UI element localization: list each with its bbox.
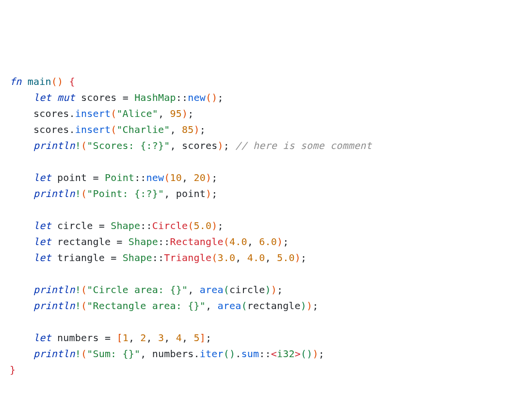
paren-close: ): [312, 348, 318, 360]
equals: =: [105, 252, 123, 264]
string-circle-area: "Circle area: {}": [87, 284, 188, 296]
brace-open: {: [69, 76, 75, 87]
paren-open: (: [224, 284, 229, 296]
paren-close: ): [57, 76, 63, 87]
semicolon: ;: [283, 236, 289, 247]
macro-println: println: [33, 300, 75, 312]
number-3-0: 3.0: [218, 252, 236, 264]
ident-scores: scores: [33, 124, 69, 135]
variant-rectangle: Rectangle: [170, 236, 224, 247]
keyword-let: let: [33, 252, 51, 264]
macro-println: println: [33, 188, 75, 199]
fn-area: area: [217, 300, 241, 312]
semicolon: ;: [206, 332, 211, 344]
path-sep: ::: [140, 220, 152, 231]
semicolon: ;: [188, 108, 193, 119]
macro-println: println: [33, 140, 75, 151]
paren-close: ): [206, 172, 211, 183]
macro-bang: !: [75, 140, 81, 151]
ident-triangle: triangle: [57, 252, 105, 264]
equals: =: [93, 220, 111, 231]
number-5: 5: [194, 332, 200, 344]
macro-bang: !: [75, 300, 81, 312]
ident-rectangle: rectangle: [247, 300, 301, 312]
line-13: let numbers = [1, 2, 3, 4, 5];: [10, 332, 211, 344]
macro-println: println: [33, 284, 75, 296]
line-6: let point = Point::new(10, 20);: [10, 172, 218, 183]
path-sep: ::: [158, 236, 170, 247]
bracket-open: [: [116, 332, 122, 344]
number-5-0: 5.0: [194, 220, 212, 231]
method-sum: sum: [241, 348, 259, 360]
variant-triangle: Triangle: [164, 252, 211, 264]
paren-close: ): [211, 92, 217, 103]
equals: =: [111, 236, 129, 247]
keyword-let: let: [33, 172, 51, 183]
ident-circle: circle: [229, 284, 265, 296]
line-end: }: [10, 364, 16, 376]
number-5-0: 5.0: [277, 252, 295, 264]
type-point: Point: [105, 172, 134, 183]
type-shape: Shape: [129, 236, 158, 247]
function-main: main: [28, 76, 51, 87]
paren-close: ): [206, 188, 211, 199]
comma: ,: [146, 332, 158, 344]
ident-numbers: numbers: [152, 348, 194, 360]
line-2: let mut scores = HashMap::new();: [10, 92, 224, 103]
string-sum: "Sum: {}": [87, 348, 140, 360]
ident-rectangle: rectangle: [57, 236, 111, 247]
paren-close: ): [306, 300, 312, 312]
line-10: let triangle = Shape::Triangle(3.0, 4.0,…: [10, 252, 306, 264]
semicolon: ;: [277, 284, 283, 296]
comma: ,: [182, 332, 193, 344]
semicolon: ;: [224, 140, 229, 151]
number-4-0: 4.0: [229, 236, 247, 247]
angle-close: >: [295, 348, 301, 360]
type-shape: Shape: [123, 252, 152, 264]
macro-bang: !: [75, 284, 81, 296]
comma: ,: [265, 252, 276, 264]
number-3: 3: [158, 332, 164, 344]
comma: ,: [129, 332, 140, 344]
semicolon: ;: [312, 300, 318, 312]
paren-open: (: [81, 284, 87, 296]
method-new: new: [146, 172, 164, 183]
paren-open: (: [81, 348, 87, 360]
path-sep: ::: [176, 92, 188, 103]
keyword-let: let: [33, 92, 51, 103]
comma: ,: [158, 108, 170, 119]
line-1: fn main() {: [10, 76, 75, 87]
paren-open: (: [206, 92, 211, 103]
number-4: 4: [176, 332, 182, 344]
keyword-let: let: [33, 332, 51, 344]
ident-point: point: [176, 188, 206, 199]
equals: =: [87, 172, 105, 183]
paren-close: ): [265, 284, 271, 296]
keyword-mut: mut: [57, 92, 75, 103]
angle-open: <: [271, 348, 277, 360]
comma: ,: [206, 300, 217, 312]
ident-numbers: numbers: [57, 332, 99, 344]
paren-close: ): [301, 300, 306, 312]
comma: ,: [140, 348, 152, 360]
comma: ,: [247, 236, 259, 247]
equals: =: [99, 332, 117, 344]
type-i32: i32: [277, 348, 295, 360]
string-scores-fmt: "Scores: {:?}": [87, 140, 170, 151]
number-85: 85: [182, 124, 193, 135]
paren-open: (: [301, 348, 306, 360]
number-20: 20: [194, 172, 206, 183]
comma: ,: [164, 188, 176, 199]
paren-open: (: [188, 220, 193, 231]
paren-close: ): [194, 124, 200, 135]
semicolon: ;: [211, 188, 217, 199]
comment: // here is some comment: [229, 140, 372, 151]
paren-open: (: [111, 124, 116, 135]
paren-close: ): [217, 140, 223, 151]
path-sep: ::: [259, 348, 271, 360]
paren-close: ): [277, 236, 283, 247]
comma: ,: [182, 172, 193, 183]
path-sep: ::: [152, 252, 164, 264]
paren-close: ): [271, 284, 277, 296]
comma: ,: [170, 124, 182, 135]
